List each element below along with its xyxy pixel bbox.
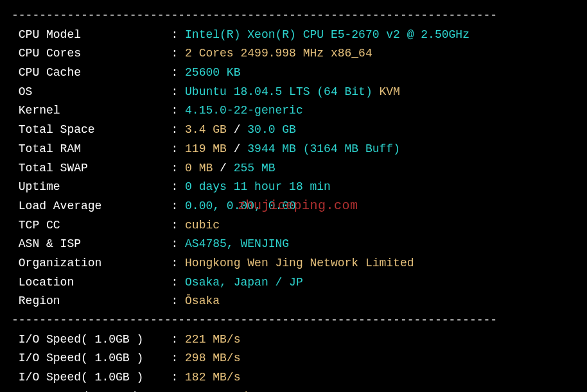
- info-label: Kernel: [12, 104, 171, 117]
- info-value: 119 MB: [185, 142, 227, 155]
- info-row: CPU Model : Intel(R) Xeon(R) CPU E5-2670…: [12, 26, 575, 45]
- info-label: Location: [12, 276, 171, 289]
- info-label: TCP CC: [12, 219, 171, 232]
- info-value: AS4785, WENJING: [185, 237, 289, 250]
- info-row: Average I/O Speed : 233.7 MB/s: [12, 388, 575, 392]
- colon: :: [171, 371, 185, 384]
- info-label: Region: [12, 294, 171, 307]
- info-label: Total RAM: [12, 142, 171, 155]
- colon: :: [171, 276, 185, 289]
- info-row: I/O Speed( 1.0GB ) : 182 MB/s: [12, 368, 575, 388]
- info-label: Uptime: [12, 180, 171, 193]
- info-row: Uptime : 0 days 11 hour 18 min: [12, 178, 575, 197]
- colon: :: [171, 294, 185, 307]
- system-info-block: CPU Model : Intel(R) Xeon(R) CPU E5-2670…: [12, 26, 575, 311]
- info-value: /: [213, 162, 233, 175]
- info-value: 255 MB: [234, 162, 276, 175]
- info-label: Organization: [12, 257, 171, 269]
- info-label: Load Average: [12, 200, 171, 212]
- info-value: cubic: [185, 219, 220, 232]
- info-row: Location : Osaka, Japan / JP: [12, 273, 575, 293]
- colon: :: [171, 333, 185, 346]
- info-label: I/O Speed( 1.0GB ): [12, 352, 171, 364]
- colon: :: [171, 142, 185, 155]
- colon: :: [171, 162, 185, 175]
- info-value: Ubuntu 18.04.5 LTS (64 Bit): [185, 85, 372, 98]
- info-row: CPU Cache : 25600 KB: [12, 64, 575, 83]
- info-row: TCP CC : cubic: [12, 216, 575, 235]
- info-value: Ōsaka: [185, 294, 220, 307]
- info-value: 30.0 GB: [247, 123, 296, 136]
- info-value: 298 MB/s: [185, 352, 240, 364]
- info-label: OS: [12, 85, 171, 98]
- info-label: ASN & ISP: [12, 237, 171, 250]
- info-value: 3.4 GB: [185, 123, 227, 136]
- info-label: I/O Speed( 1.0GB ): [12, 333, 171, 346]
- info-row: Total Space : 3.4 GB / 30.0 GB: [12, 121, 575, 140]
- info-row: CPU Cores : 2 Cores 2499.998 MHz x86_64: [12, 44, 575, 64]
- colon: :: [171, 66, 185, 79]
- colon: :: [171, 237, 185, 250]
- colon: :: [171, 180, 185, 193]
- info-value: 221 MB/s: [185, 333, 240, 346]
- watermark-text: zhujiceping.com: [238, 195, 358, 216]
- colon: :: [171, 28, 185, 41]
- colon: :: [171, 352, 185, 364]
- info-row: Total RAM : 119 MB / 3944 MB (3164 MB Bu…: [12, 140, 575, 159]
- io-speed-block: I/O Speed( 1.0GB ) : 221 MB/s I/O Speed(…: [12, 330, 575, 392]
- info-label: Total SWAP: [12, 162, 171, 175]
- info-row: OS : Ubuntu 18.04.5 LTS (64 Bit) KVM: [12, 83, 575, 102]
- info-value: /: [227, 123, 247, 136]
- colon: :: [171, 123, 185, 136]
- info-value: Intel(R) Xeon(R) CPU E5-2670 v2 @ 2.50GH…: [185, 28, 469, 41]
- info-label: Total Space: [12, 123, 171, 136]
- info-row: ASN & ISP : AS4785, WENJING: [12, 235, 575, 254]
- info-value: 182 MB/s: [185, 371, 240, 384]
- info-row: I/O Speed( 1.0GB ) : 298 MB/s: [12, 349, 575, 368]
- info-row: I/O Speed( 1.0GB ) : 221 MB/s: [12, 330, 575, 350]
- info-value: KVM: [372, 85, 400, 98]
- info-value: 2 Cores 2499.998 MHz x86_64: [185, 47, 372, 60]
- info-value: Hongkong Wen Jing Network Limited: [185, 257, 414, 269]
- colon: :: [171, 85, 185, 98]
- info-label: I/O Speed( 1.0GB ): [12, 371, 171, 384]
- colon: :: [171, 104, 185, 117]
- info-value: (3164 MB Buff): [296, 142, 400, 155]
- divider-top: ----------------------------------------…: [12, 6, 575, 26]
- info-value: /: [227, 142, 247, 155]
- info-value: Osaka, Japan / JP: [185, 276, 303, 289]
- colon: :: [171, 219, 185, 232]
- colon: :: [171, 47, 185, 60]
- info-label: CPU Cores: [12, 47, 171, 60]
- info-value: 3944 MB: [247, 142, 296, 155]
- info-row: Region : Ōsaka: [12, 292, 575, 311]
- colon: :: [171, 200, 185, 212]
- info-row: Organization : Hongkong Wen Jing Network…: [12, 254, 575, 273]
- info-value: 4.15.0-22-generic: [185, 104, 303, 117]
- info-row: Kernel : 4.15.0-22-generic: [12, 101, 575, 121]
- info-label: CPU Cache: [12, 66, 171, 79]
- info-label: CPU Model: [12, 28, 171, 41]
- divider-mid: ----------------------------------------…: [12, 311, 575, 330]
- info-value: 0 MB: [185, 162, 213, 175]
- info-value: 0 days 11 hour 18 min: [185, 180, 331, 193]
- info-value: 25600 KB: [185, 66, 240, 79]
- info-row: Total SWAP : 0 MB / 255 MB: [12, 159, 575, 178]
- colon: :: [171, 257, 185, 269]
